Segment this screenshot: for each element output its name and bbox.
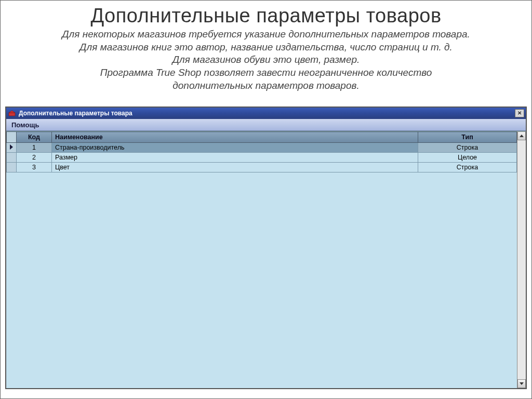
col-header-name[interactable]: Наименование <box>52 132 418 143</box>
col-header-marker[interactable] <box>7 132 17 143</box>
current-row-icon <box>10 144 13 150</box>
scroll-track[interactable] <box>517 140 526 379</box>
cell-name[interactable]: Цвет <box>52 163 418 172</box>
app-icon <box>8 110 16 116</box>
close-button[interactable]: ✕ <box>515 109 524 117</box>
chevron-up-icon <box>520 135 524 137</box>
cell-code[interactable]: 3 <box>17 163 52 172</box>
cell-name[interactable]: Страна-производитель <box>52 143 418 153</box>
cell-type[interactable]: Строка <box>418 143 517 153</box>
grid-body: 1Страна-производительСтрока2РазмерЦелое3… <box>7 143 517 172</box>
subtitle-line: Для некоторых магазинов требуется указан… <box>62 29 470 39</box>
table-row[interactable]: 2РазмерЦелое <box>7 153 517 163</box>
cell-type[interactable]: Строка <box>418 163 517 172</box>
content-frame: Код Наименование Тип 1Страна-производите… <box>6 131 526 388</box>
cell-type[interactable]: Целое <box>418 153 517 163</box>
scroll-up-button[interactable] <box>517 131 526 140</box>
menu-help[interactable]: Помощь <box>6 121 44 129</box>
row-marker[interactable] <box>7 153 17 163</box>
subtitle-line: Программа True Shop позволяет завести не… <box>100 67 432 78</box>
page-title: Дополнительные параметры товаров <box>1 5 531 27</box>
row-marker[interactable] <box>7 143 17 153</box>
titlebar[interactable]: Дополнительные параметры товара ✕ <box>6 108 526 119</box>
table-row[interactable]: 1Страна-производительСтрока <box>7 143 517 153</box>
cell-code[interactable]: 2 <box>17 153 52 163</box>
window-title: Дополнительные параметры товара <box>19 110 132 117</box>
menubar: Помощь <box>6 119 526 131</box>
vertical-scrollbar[interactable] <box>517 131 526 388</box>
page-subtitle: Для некоторых магазинов требуется указан… <box>21 28 511 92</box>
col-header-type[interactable]: Тип <box>418 132 517 143</box>
table-row[interactable]: 3ЦветСтрока <box>7 163 517 172</box>
subtitle-line: дополнительных параметров товаров. <box>172 80 359 91</box>
svg-rect-0 <box>9 113 15 116</box>
subtitle-line: Для магазинов книг это автор, название и… <box>79 42 453 52</box>
cell-name[interactable]: Размер <box>52 153 418 163</box>
subtitle-line: Для магазинов обуви это цвет, размер. <box>172 54 360 65</box>
scroll-down-button[interactable] <box>517 379 526 388</box>
cell-code[interactable]: 1 <box>17 143 52 153</box>
chevron-down-icon <box>520 382 524 385</box>
app-window: Дополнительные параметры товара ✕ Помощь… <box>5 107 527 389</box>
slide-frame: Дополнительные параметры товаров Для нек… <box>0 0 532 399</box>
col-header-code[interactable]: Код <box>17 132 52 143</box>
svg-marker-1 <box>9 111 15 113</box>
grid-area: Код Наименование Тип 1Страна-производите… <box>6 131 517 388</box>
parameters-grid[interactable]: Код Наименование Тип 1Страна-производите… <box>6 131 517 172</box>
close-icon: ✕ <box>517 111 522 116</box>
row-marker[interactable] <box>7 163 17 172</box>
